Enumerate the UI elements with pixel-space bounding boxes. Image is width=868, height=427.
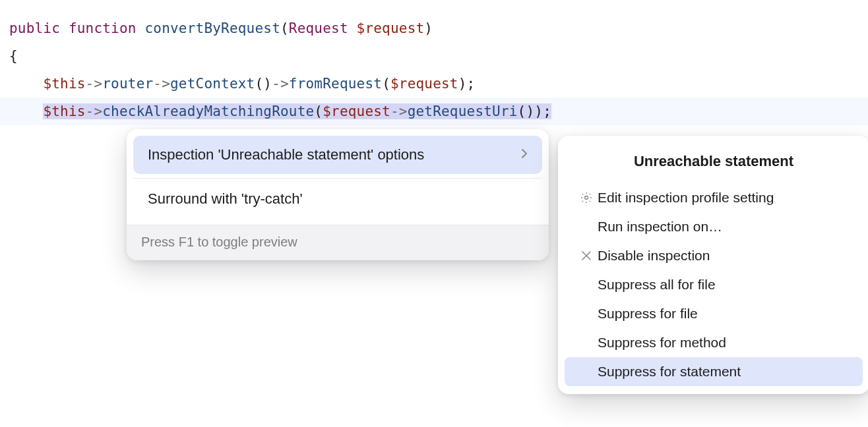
submenu-item-suppress-statement[interactable]: Suppress for statement xyxy=(565,357,863,386)
close-paren: ) xyxy=(424,20,433,36)
intention-popup: Inspection 'Unreachable statement' optio… xyxy=(127,129,549,260)
submenu-title: Unreachable statement xyxy=(565,142,863,183)
this-var: $this xyxy=(43,103,85,119)
arrow: -> xyxy=(86,76,103,92)
param-name: $request xyxy=(357,20,425,36)
code-editor[interactable]: public function convertByRequest(Request… xyxy=(0,0,868,125)
submenu-item-label: Suppress for statement xyxy=(598,364,852,380)
semicolon: ; xyxy=(467,76,476,92)
submenu-item-run-inspection[interactable]: Run inspection on… xyxy=(565,212,863,241)
submenu-item-disable-inspection[interactable]: Disable inspection xyxy=(565,241,863,270)
close-paren: ) xyxy=(534,103,543,119)
submenu-item-suppress-file[interactable]: Suppress for file xyxy=(565,299,863,328)
gear-icon xyxy=(575,191,598,204)
indent xyxy=(9,103,43,119)
open-paren: ( xyxy=(280,20,289,36)
open-paren: ( xyxy=(518,103,526,119)
submenu-item-edit-profile[interactable]: Edit inspection profile setting xyxy=(565,183,863,212)
arrow: -> xyxy=(153,76,170,92)
code-line: public function convertByRequest(Request… xyxy=(0,14,868,42)
param-request: $request xyxy=(390,76,458,92)
this-var: $this xyxy=(43,76,85,92)
keyword-function: function xyxy=(69,20,137,36)
arrow: -> xyxy=(272,76,289,92)
open-paren: ( xyxy=(382,76,390,92)
submenu-item-label: Disable inspection xyxy=(598,248,852,264)
close-paren: ) xyxy=(526,103,534,119)
code-line: $this->router->getContext()->fromRequest… xyxy=(0,70,868,98)
indent xyxy=(9,76,43,92)
close-icon xyxy=(575,250,598,261)
semicolon: ; xyxy=(543,103,551,119)
open-brace: { xyxy=(9,48,18,64)
call-getcontext: getContext xyxy=(170,76,255,92)
arrow: -> xyxy=(86,103,103,119)
submenu-item-label: Edit inspection profile setting xyxy=(598,190,852,206)
submenu-item-label: Run inspection on… xyxy=(598,219,852,235)
arrow: -> xyxy=(390,103,408,119)
open-paren: ( xyxy=(314,103,323,119)
submenu-item-label: Suppress all for file xyxy=(598,277,852,293)
call-getrequesturi: getRequestUri xyxy=(408,103,518,119)
keyword-public: public xyxy=(9,20,60,36)
intention-item-inspection-options[interactable]: Inspection 'Unreachable statement' optio… xyxy=(133,136,542,174)
intention-item-label: Inspection 'Unreachable statement' optio… xyxy=(148,146,521,163)
open-paren: ( xyxy=(255,76,263,92)
intention-item-surround-trycatch[interactable]: Surround with 'try-catch' xyxy=(133,178,542,221)
code-line: { xyxy=(0,42,868,70)
call-fromrequest: fromRequest xyxy=(289,76,382,92)
submenu-item-suppress-all-file[interactable]: Suppress all for file xyxy=(565,270,863,299)
chevron-right-icon xyxy=(521,148,528,162)
svg-point-0 xyxy=(585,196,588,200)
call-checkalreadymatchingroute: checkAlreadyMatchingRoute xyxy=(102,103,314,119)
submenu-item-label: Suppress for file xyxy=(598,306,852,322)
submenu-item-label: Suppress for method xyxy=(598,335,852,351)
close-paren: ) xyxy=(263,76,272,92)
inspection-submenu: Unreachable statement Edit inspection pr… xyxy=(558,136,868,394)
intention-hint: Press F1 to toggle preview xyxy=(127,225,549,260)
submenu-item-suppress-method[interactable]: Suppress for method xyxy=(565,328,863,357)
property-router: router xyxy=(102,76,153,92)
close-paren: ) xyxy=(458,76,467,92)
code-line-highlighted: $this->checkAlreadyMatchingRoute($reques… xyxy=(0,98,868,125)
intention-item-label: Surround with 'try-catch' xyxy=(148,190,528,208)
param-type: Request xyxy=(289,20,348,36)
function-name: convertByRequest xyxy=(145,20,281,36)
param-request: $request xyxy=(323,103,390,119)
